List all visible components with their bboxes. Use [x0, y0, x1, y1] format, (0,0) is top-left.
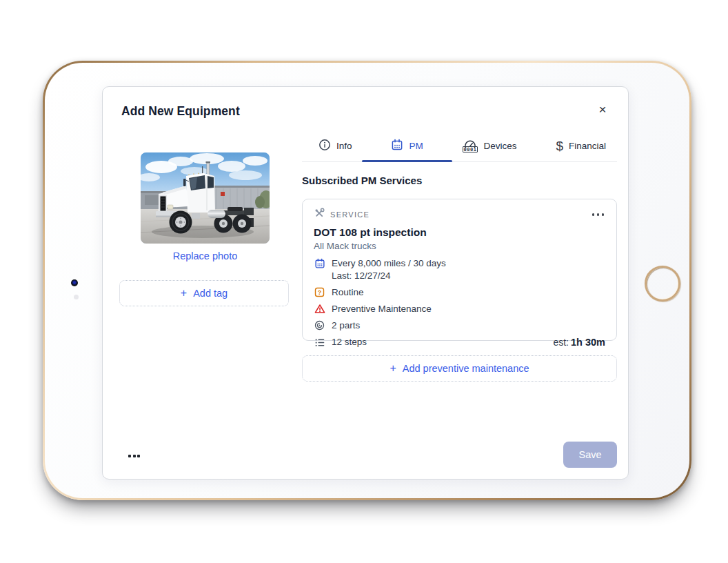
tab-label: Devices: [483, 141, 516, 151]
tab-label: Financial: [569, 141, 606, 151]
svg-text:?: ?: [318, 288, 321, 295]
tab-pm[interactable]: PM: [388, 130, 425, 161]
dollar-icon: $: [556, 139, 563, 152]
tab-label: PM: [409, 141, 423, 151]
section-heading: Subscribed PM Services: [302, 175, 422, 186]
calendar-icon: [391, 139, 403, 153]
tab-bar: Info PM 0001: [302, 130, 617, 162]
tools-icon: [314, 208, 325, 221]
interval-row: Every 8,000 miles / 30 days Last: 12/27/…: [314, 257, 605, 282]
sensor-dot: [74, 295, 79, 299]
routine-icon: ?: [314, 287, 325, 297]
plus-icon: +: [390, 363, 396, 374]
service-details: Every 8,000 miles / 30 days Last: 12/27/…: [314, 257, 605, 349]
info-icon: [318, 139, 331, 153]
modal-title: Add New Equipment: [121, 104, 240, 119]
tab-info[interactable]: Info: [316, 130, 355, 161]
estimate: est:1h 30m: [553, 336, 605, 349]
category-row: Preventive Maintenance: [314, 303, 605, 315]
calendar-icon: [314, 258, 325, 269]
tab-devices[interactable]: 0001 Devices: [460, 130, 520, 161]
home-button: [645, 266, 680, 302]
tablet-bezel: Add New Equipment ×: [45, 63, 689, 498]
add-preventive-maintenance-button[interactable]: + Add preventive maintenance: [302, 355, 617, 382]
more-options-icon[interactable]: [125, 452, 143, 460]
truck-illustration: [141, 152, 270, 244]
save-button[interactable]: Save: [563, 442, 617, 468]
card-menu-icon[interactable]: [591, 210, 606, 219]
replace-photo-link[interactable]: Replace photo: [141, 250, 270, 261]
estimate-value: 1h 30m: [571, 337, 605, 348]
category-text: Preventive Maintenance: [332, 303, 432, 315]
camera-icon: [71, 279, 78, 286]
plus-icon: +: [181, 288, 187, 299]
steps-row: 12 steps est:1h 30m: [314, 336, 605, 349]
last-done-text: Last: 12/27/24: [332, 270, 391, 281]
steps-list-icon: [314, 337, 325, 348]
parts-text: 2 parts: [332, 319, 360, 332]
priority-row: ? Routine: [314, 286, 605, 299]
tab-financial[interactable]: $ Financial: [553, 130, 609, 161]
odometer-text: 0001: [463, 146, 478, 152]
service-type-label: SERVICE: [330, 210, 370, 219]
tab-label: Info: [336, 141, 352, 151]
service-card: SERVICE DOT 108 pt inspection All Mack t…: [302, 199, 617, 341]
parts-row: 2 parts: [314, 319, 605, 332]
add-tag-button[interactable]: + Add tag: [119, 280, 289, 306]
gauge-icon: 0001: [463, 139, 478, 152]
add-pm-label: Add preventive maintenance: [403, 363, 529, 374]
tablet-device: Add New Equipment ×: [43, 61, 691, 500]
interval-text: Every 8,000 miles / 30 days Last: 12/27/…: [332, 257, 446, 282]
card-header: SERVICE: [314, 208, 605, 221]
priority-text: Routine: [332, 286, 364, 299]
parts-icon: [314, 320, 325, 330]
service-title: DOT 108 pt inspection: [314, 226, 605, 239]
page: Add New Equipment ×: [0, 0, 728, 563]
service-subtitle: All Mack trucks: [314, 241, 605, 251]
warning-triangle-icon: [314, 304, 325, 314]
add-tag-label: Add tag: [193, 288, 228, 299]
steps-text: 12 steps: [332, 336, 367, 348]
add-equipment-modal: Add New Equipment ×: [102, 86, 629, 480]
equipment-photo: [141, 152, 270, 244]
close-icon[interactable]: ×: [594, 101, 611, 119]
